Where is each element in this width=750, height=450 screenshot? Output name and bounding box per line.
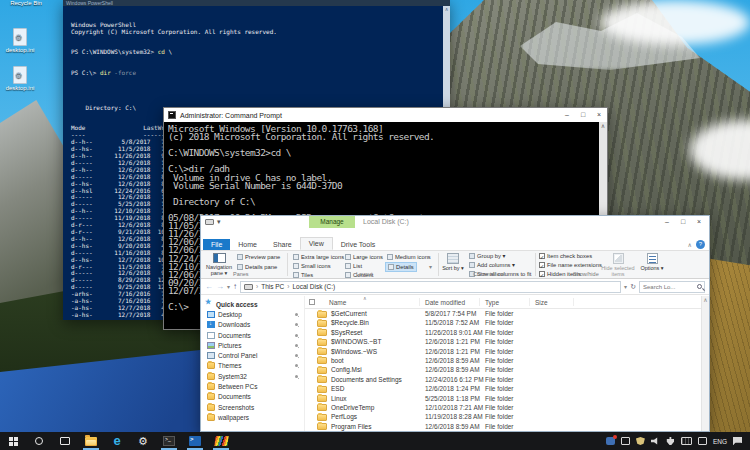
tab-drive-tools[interactable]: Drive Tools [333,239,384,250]
help-icon[interactable]: ? [696,240,705,249]
sidebar-item-downloads[interactable]: Downloads [201,320,304,330]
sidebar-item-themes[interactable]: Themes [201,361,304,371]
security-shield-icon[interactable] [636,437,645,445]
layout-medium-icons[interactable]: Medium icons [385,253,433,261]
column-date-modified[interactable]: Date modified [425,299,465,306]
tab-home[interactable]: Home [230,239,265,250]
quick-access-toolbar[interactable]: ▾ [205,218,221,226]
cortana-button[interactable] [26,432,52,450]
add-columns-button[interactable]: Add columns ▾ [469,262,515,268]
manage-contextual-tab[interactable]: Manage [309,216,355,228]
column-separator[interactable] [479,298,480,306]
sidebar-item-screenshots[interactable]: Screenshots [201,402,304,412]
column-size[interactable]: Size [535,299,548,306]
breadcrumb-this-pc[interactable]: This PC [261,283,284,290]
details-pane-button[interactable]: Details pane [237,264,277,270]
hide-selected-items-button[interactable]: Hide selected items [601,253,635,277]
explorer-scrollbar[interactable]: ∧ [701,296,709,431]
tab-file[interactable]: File [203,239,230,250]
column-separator[interactable] [529,298,530,306]
pinned-app-button[interactable] [208,432,234,450]
settings-button[interactable]: ⚙ [130,432,156,450]
file-name-extensions-checkbox[interactable]: ✓File name extensions [539,262,602,268]
search-box[interactable] [639,281,705,293]
cmd-titlebar[interactable]: Administrator: Command Prompt – □ × [164,108,607,122]
explorer-titlebar[interactable]: ▾ Manage Local Disk (C:) – □ × [201,216,709,238]
navigation-pane-button[interactable]: Navigation pane ▾ [204,253,234,276]
refresh-icon[interactable]: ↻ [630,283,636,291]
layout-gallery-more-icon[interactable]: ▾ [429,263,432,270]
sort-by-button[interactable]: Sort by ▾ [441,253,465,271]
layout-large-icons[interactable]: Large icons [343,253,385,261]
forward-icon[interactable]: → [216,282,224,291]
maximize-button[interactable]: □ [575,109,591,121]
layout-tiles[interactable]: Tiles [291,271,315,279]
breadcrumb[interactable]: › This PC › Local Disk (C:) [240,281,621,293]
back-icon[interactable]: ← [205,282,213,291]
up-icon[interactable]: ↑ [233,282,237,291]
address-dropdown-icon[interactable]: ▾ [624,283,627,290]
column-type[interactable]: Type [485,299,499,306]
table-row[interactable]: Linux5/25/2018 1:18 PMFile folder [305,394,709,403]
sidebar-item-wallpapers[interactable]: wallpapers [201,412,304,422]
close-button[interactable]: × [691,216,707,228]
minimize-button[interactable]: – [559,109,575,121]
table-row[interactable]: PerfLogs11/19/2018 8:28 AMFile folder [305,412,709,421]
sidebar-item-documents[interactable]: Documents [201,330,304,340]
table-row[interactable]: Program Files12/6/2018 8:59 AMFile folde… [305,422,709,431]
desktop-icon-ini-2[interactable]: desktop.ini [0,66,46,91]
table-row[interactable]: ESD12/6/2018 1:24 PMFile folder [305,384,709,393]
start-button[interactable] [0,432,26,450]
select-all-checkbox[interactable] [309,299,315,305]
table-row[interactable]: boot12/6/2018 8:59 AMFile folder [305,356,709,365]
table-row[interactable]: $Windows.~WS12/6/2018 1:21 PMFile folder [305,347,709,356]
sidebar-item-documents-2[interactable]: Documents [201,392,304,402]
command-prompt-button[interactable] [156,432,182,450]
speaker-icon[interactable] [651,437,660,445]
breadcrumb-local-disk[interactable]: Local Disk (C:) [292,283,335,290]
touch-keyboard-icon[interactable] [681,437,692,445]
edge-button[interactable]: e [104,432,130,450]
table-row[interactable]: OneDriveTemp12/10/2018 7:21 AMFile folde… [305,403,709,412]
layout-list[interactable]: List [343,262,364,270]
powershell-button[interactable] [182,432,208,450]
tab-view[interactable]: View [300,237,333,250]
desktop-icon-ini-1[interactable]: desktop.ini [0,28,46,53]
preview-pane-button[interactable]: Preview pane [237,254,280,260]
table-row[interactable]: $WINDOWS.~BT12/6/2018 1:21 PMFile folder [305,337,709,346]
sidebar-item-desktop[interactable]: Desktop [201,309,304,319]
layout-small-icons[interactable]: Small icons [291,262,333,270]
sidebar-item-between-pcs[interactable]: Between PCs [201,381,304,391]
group-by-button[interactable]: Group by ▾ [469,253,505,259]
qat-dropdown-icon[interactable]: ▾ [217,218,221,226]
sidebar-item-system32[interactable]: System32 [201,371,304,381]
layout-extra-large-icons[interactable]: Extra large icons [291,253,346,261]
sidebar-item-pictures[interactable]: Pictures [201,340,304,350]
item-check-boxes-checkbox[interactable]: ✓Item check boxes [539,253,592,259]
tab-share[interactable]: Share [265,239,300,250]
maximize-button[interactable]: □ [675,216,691,228]
language-indicator[interactable]: ENG [713,438,727,445]
explorer-window[interactable]: ▾ Manage Local Disk (C:) – □ × File Home… [200,215,710,432]
network-plug-icon[interactable] [666,437,675,445]
display-icon[interactable] [621,437,630,445]
layout-details-selected[interactable]: Details [385,262,417,272]
column-name[interactable]: Name [329,299,346,306]
table-row[interactable]: Documents and Settings12/24/2016 6:12 PM… [305,375,709,384]
task-view-button[interactable] [52,432,78,450]
sidebar-item-quick-access[interactable]: Quick access [201,299,304,309]
sidebar-item-control-panel[interactable]: Control Panel [201,350,304,360]
desktop-icon-recycle-bin[interactable]: Recycle Bin [0,0,52,6]
tablet-icon[interactable] [698,437,707,445]
table-row[interactable]: $GetCurrent5/8/2017 7:54 PMFile folder [305,309,709,318]
column-separator[interactable] [573,298,574,306]
close-button[interactable]: × [591,109,607,121]
search-input[interactable] [640,282,704,292]
table-row[interactable]: $SysReset11/26/2018 9:01 AMFile folder [305,328,709,337]
options-button[interactable]: Options ▾ [639,253,665,271]
minimize-button[interactable]: – [659,216,675,228]
file-explorer-button[interactable] [78,432,104,450]
table-row[interactable]: Config.Msi12/6/2018 8:59 AMFile folder [305,365,709,374]
recent-locations-icon[interactable]: ▾ [227,283,230,290]
collapse-ribbon-icon[interactable]: ∧ [688,241,692,248]
